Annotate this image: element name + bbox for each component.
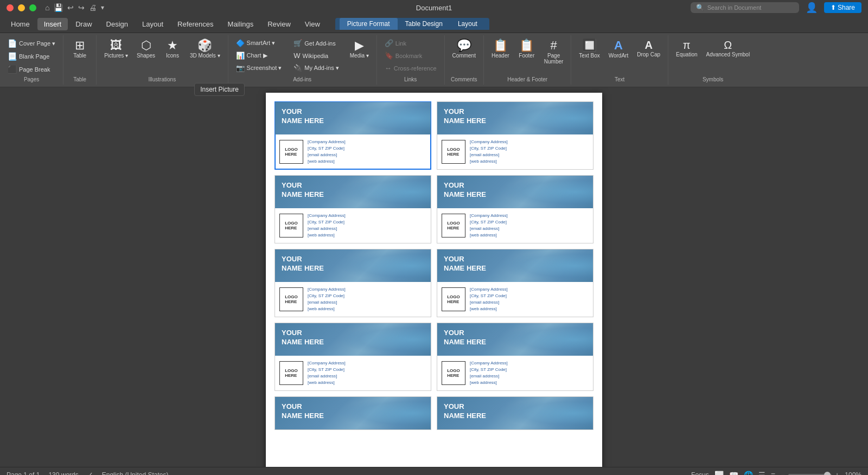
- tab-layout[interactable]: Layout: [136, 18, 170, 30]
- tab-layout-context[interactable]: Layout: [450, 18, 485, 30]
- get-addins-button[interactable]: 🛒 Get Add-ins: [290, 37, 342, 49]
- view-outline-icon[interactable]: ☰: [758, 471, 765, 476]
- save-icon[interactable]: 💾: [54, 3, 63, 12]
- wordart-icon: A: [614, 40, 623, 52]
- focus-button[interactable]: Focus: [691, 471, 709, 476]
- business-card-8[interactable]: YOURNAME HERE LOGOHERE [Company Address]…: [437, 323, 593, 391]
- drop-cap-button[interactable]: A Drop Cap: [634, 37, 663, 60]
- page-number-label: PageNumber: [544, 53, 564, 65]
- link-button[interactable]: 🔗 Link: [381, 37, 440, 49]
- home-icon[interactable]: ⌂: [45, 3, 49, 12]
- smartart-button[interactable]: 🔷 SmartArt ▾: [233, 37, 285, 49]
- header-button[interactable]: 📋 Header: [488, 37, 513, 61]
- redo-icon[interactable]: ↪: [78, 3, 85, 12]
- wordart-button[interactable]: A WordArt: [605, 37, 632, 61]
- zoom-control[interactable]: − + 100%: [781, 471, 861, 476]
- media-button[interactable]: ▶ Media ▾: [347, 37, 372, 61]
- tab-references[interactable]: References: [171, 18, 220, 30]
- bookmark-button[interactable]: 🔖 Bookmark: [381, 50, 440, 61]
- cover-page-icon: 📄: [8, 39, 17, 48]
- cross-reference-icon: ↔: [385, 64, 392, 72]
- tab-insert[interactable]: Insert: [37, 18, 68, 30]
- card-body-5: LOGOHERE [Company Address][City, ST ZIP …: [275, 282, 431, 317]
- icons-button[interactable]: ★ Icons: [161, 37, 184, 61]
- tab-mailings[interactable]: Mailings: [221, 18, 260, 30]
- tab-home[interactable]: Home: [4, 18, 36, 30]
- card-name-9: YOURNAME HERE: [282, 402, 424, 421]
- my-addins-button[interactable]: 🔌 My Add-ins ▾: [290, 62, 342, 74]
- zoom-in-icon[interactable]: +: [835, 471, 839, 476]
- chart-button[interactable]: 📊 Chart ▶: [233, 50, 285, 61]
- tab-draw[interactable]: Draw: [69, 18, 98, 30]
- view-layout-icon[interactable]: ⬜: [714, 471, 724, 476]
- screenshot-button[interactable]: 📷 Screenshot ▾: [233, 62, 285, 74]
- footer-button[interactable]: 📋 Footer: [515, 37, 539, 61]
- ribbon-group-addins: 🔷 SmartArt ▾ 📊 Chart ▶ 📷 Screenshot ▾ 🛒 …: [228, 35, 377, 85]
- chart-icon: 📊: [236, 52, 245, 60]
- page-number-button[interactable]: # PageNumber: [541, 37, 567, 67]
- window-controls[interactable]: [7, 4, 36, 11]
- business-card-5[interactable]: YOURNAME HERE LOGOHERE [Company Address]…: [275, 249, 431, 317]
- blank-page-button[interactable]: 📃 Blank Page: [4, 50, 59, 62]
- wikipedia-button[interactable]: W Wikipedia: [290, 50, 342, 61]
- equation-button[interactable]: π Equation: [673, 37, 700, 60]
- print-icon[interactable]: 🖨: [89, 3, 97, 12]
- business-card-6[interactable]: YOURNAME HERE LOGOHERE [Company Address]…: [437, 249, 593, 317]
- links-group-label: Links: [404, 76, 417, 82]
- business-card-9[interactable]: YOURNAME HERE: [275, 396, 431, 430]
- page-break-button[interactable]: ⬛ Page Break: [4, 63, 59, 75]
- business-card-3[interactable]: YOURNAME HERE LOGOHERE [Company Address]…: [275, 175, 431, 243]
- business-card-7[interactable]: YOURNAME HERE LOGOHERE [Company Address]…: [275, 323, 431, 391]
- cross-reference-button[interactable]: ↔ Cross-reference: [381, 62, 440, 74]
- card-body-6: LOGOHERE [Company Address][City, ST ZIP …: [437, 282, 593, 317]
- business-card-10[interactable]: YOURNAME HERE: [437, 396, 593, 430]
- pictures-button[interactable]: 🖼 Pictures ▾: [101, 37, 131, 61]
- undo-icon[interactable]: ↩: [67, 3, 74, 12]
- 3d-models-icon: 🎲: [197, 40, 212, 52]
- more-icon[interactable]: ▾: [101, 4, 104, 11]
- view-read-icon[interactable]: 📖: [729, 471, 738, 476]
- view-draft-icon[interactable]: ≡: [771, 471, 775, 476]
- maximize-button[interactable]: [29, 4, 36, 11]
- minimize-button[interactable]: [18, 4, 25, 11]
- business-card-grid: YOURNAME HERE ⊙ LOGOHERE [Company Addres…: [275, 101, 593, 430]
- advanced-symbol-label: Advanced Symbol: [706, 52, 750, 57]
- zoom-out-icon[interactable]: −: [781, 471, 785, 476]
- cover-page-button[interactable]: 📄 Cover Page ▾: [4, 37, 59, 49]
- header-icon: 📋: [493, 40, 508, 52]
- tab-design[interactable]: Design: [100, 18, 135, 30]
- header-label: Header: [492, 53, 509, 59]
- tab-table-design[interactable]: Table Design: [398, 18, 450, 30]
- document-area: YOURNAME HERE ⊙ LOGOHERE [Company Addres…: [0, 87, 868, 467]
- share-button[interactable]: ⬆ Share: [824, 2, 861, 13]
- card-info-7: [Company Address][City, ST ZIP Code][ema…: [308, 360, 346, 386]
- ribbon-tabs: Home Insert Draw Design Layout Reference…: [0, 15, 331, 33]
- business-card-2[interactable]: YOURNAME HERE LOGOHERE [Company Address]…: [437, 101, 593, 170]
- card-info-4: [Company Address][City, ST ZIP Code][ema…: [470, 213, 508, 239]
- 3d-models-button[interactable]: 🎲 3D Models ▾: [187, 37, 224, 61]
- proofread-icon[interactable]: ✓: [87, 471, 93, 475]
- tab-picture-format[interactable]: Picture Format: [340, 18, 398, 30]
- title-bar: ⌂ 💾 ↩ ↪ 🖨 ▾ Document1 🔍 Search in Docume…: [0, 0, 868, 15]
- page-break-icon: ⬛: [8, 65, 17, 74]
- comment-button[interactable]: 💬 Comment: [449, 37, 479, 61]
- advanced-symbol-button[interactable]: Ω Advanced Symbol: [703, 37, 754, 60]
- tab-view[interactable]: View: [298, 18, 327, 30]
- comment-icon: 💬: [457, 40, 471, 52]
- ribbon-group-links: 🔗 Link 🔖 Bookmark ↔ Cross-reference Link…: [377, 35, 445, 85]
- card-body-4: LOGOHERE [Company Address][City, ST ZIP …: [437, 208, 593, 243]
- business-card-4[interactable]: YOURNAME HERE LOGOHERE [Company Address]…: [437, 175, 593, 243]
- text-box-button[interactable]: 🔲 Text Box: [576, 37, 603, 61]
- card-info-3: [Company Address][City, ST ZIP Code][ema…: [308, 213, 346, 239]
- tab-review[interactable]: Review: [261, 18, 297, 30]
- zoom-level: 100%: [845, 471, 861, 476]
- shapes-button[interactable]: ⬡ Shapes: [133, 37, 158, 61]
- business-card-1[interactable]: YOURNAME HERE ⊙ LOGOHERE [Company Addres…: [275, 101, 431, 170]
- table-button[interactable]: ⊞ Table: [68, 37, 92, 61]
- comment-label: Comment: [452, 53, 476, 59]
- close-button[interactable]: [7, 4, 14, 11]
- search-bar[interactable]: 🔍 Search in Document: [691, 2, 799, 13]
- view-web-icon[interactable]: 🌐: [744, 471, 753, 476]
- user-icon[interactable]: 👤: [806, 2, 818, 14]
- equation-label: Equation: [676, 52, 697, 57]
